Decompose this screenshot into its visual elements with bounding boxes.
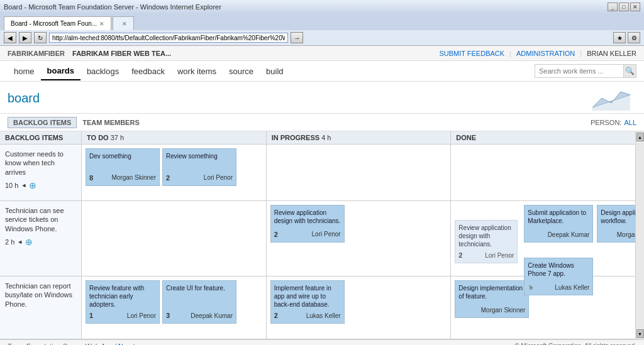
card[interactable]: Design application workflow. Morgan Skin… — [597, 205, 635, 243]
backlog-cell: Technician can report busy/late on Windo… — [0, 277, 82, 339]
card[interactable]: Implement feature in app and wire up to … — [270, 280, 345, 324]
card[interactable]: Create Windows Phone 7 app. 🖱 Lukas Kell… — [524, 258, 593, 295]
search-box: 🔍 — [535, 64, 636, 78]
todo-cell-3: Review feature with technician early ado… — [82, 277, 267, 339]
sub-tabs: BACKLOG ITEMS TEAM MEMBERS PERSON: ALL — [0, 114, 644, 131]
inprogress-cell-2: Review application design with technicia… — [267, 201, 452, 276]
go-button[interactable]: → — [291, 32, 303, 43]
chart-thumbnail — [586, 85, 636, 111]
backlog-hours: 10 h ◄ ⊕ — [5, 180, 76, 190]
about-link[interactable]: About — [117, 342, 135, 346]
backlog-title: Technician can see service tickets on Wi… — [5, 206, 76, 233]
board-wrapper: BACKLOG ITEMS TO DO 37 h IN PROGRESS 4 h… — [0, 131, 644, 339]
card[interactable]: Dev something 8 Morgan Skinner — [86, 148, 160, 186]
add-card-icon[interactable]: ⊕ — [29, 180, 36, 190]
app-header: FABRIKAMFIBER FABRIKAM FIBER WEB TEA... … — [0, 46, 644, 82]
scroll-track — [636, 141, 644, 329]
inprogress-cell-1 — [267, 145, 452, 200]
inprogress-cell-3: Implement feature in app and wire up to … — [267, 277, 452, 339]
add-card-icon[interactable]: ⊕ — [25, 237, 33, 247]
browser-tab-inactive[interactable]: ✕ — [113, 16, 134, 30]
minimize-button[interactable]: _ — [608, 3, 618, 11]
scrollbar[interactable]: ▲ ▼ — [635, 131, 644, 339]
card[interactable]: Create UI for feature. 3 Deepak Kumar — [162, 280, 236, 324]
todo-cell-1: Dev something 8 Morgan Skinner Review so… — [82, 145, 267, 200]
card[interactable]: Review something 2 Lori Penor — [162, 148, 236, 186]
window-controls[interactable]: _ □ ✕ — [608, 3, 640, 11]
nav-work-items[interactable]: work items — [171, 63, 223, 80]
browser-tab-active[interactable]: Board - Microsoft Team Foun... ✕ — [4, 16, 111, 30]
back-button[interactable]: ◀ — [4, 32, 16, 43]
favorites-button[interactable]: ★ — [613, 32, 626, 43]
administration-link[interactable]: ADMINISTRATION — [516, 50, 575, 57]
page-header: board — [0, 82, 644, 114]
nav-backlogs[interactable]: backlogs — [80, 63, 125, 80]
browser-title: Board - Microsoft Team Foundation Server… — [4, 3, 221, 11]
nav-boards[interactable]: boards — [41, 62, 80, 80]
todo-cell-2 — [82, 201, 267, 276]
title-bar: Board - Microsoft Team Foundation Server… — [0, 0, 644, 14]
card[interactable]: Review application design with technicia… — [270, 205, 345, 243]
close-button[interactable]: ✕ — [630, 3, 640, 11]
board-scroll[interactable]: BACKLOG ITEMS TO DO 37 h IN PROGRESS 4 h… — [0, 131, 635, 339]
backlog-hours: 2 h ◄ ⊕ — [5, 237, 76, 247]
col-header-done: DONE — [451, 131, 635, 144]
tab-close-icon[interactable]: ✕ — [99, 21, 104, 27]
org-name: FABRIKAMFIBER — [8, 50, 65, 57]
board-row: Technician can see service tickets on Wi… — [0, 201, 635, 277]
person-filter: PERSON: ALL — [591, 119, 636, 126]
nav-feedback[interactable]: feedback — [125, 63, 171, 80]
card[interactable]: Submit application to Marketplace. Deepa… — [524, 205, 593, 243]
search-input[interactable] — [535, 66, 623, 76]
page-footer: Team Foundation Server Web App | About ©… — [0, 339, 644, 345]
user-name: BRIAN KELLER — [587, 50, 636, 57]
sub-tab-team-members[interactable]: TEAM MEMBERS — [77, 117, 145, 128]
backlog-title: Technician can report busy/late on Windo… — [5, 282, 76, 309]
col-header-todo: TO DO 37 h — [82, 131, 267, 144]
tab-close-icon-2[interactable]: ✕ — [122, 21, 127, 27]
nav-home[interactable]: home — [8, 63, 41, 80]
page-title: board — [8, 91, 586, 106]
scroll-up-button[interactable]: ▲ — [636, 133, 644, 141]
address-bar: ◀ ▶ ↻ → ★ ⚙ — [0, 30, 644, 45]
tab-label: Board - Microsoft Team Foun... — [11, 20, 97, 27]
board-header: BACKLOG ITEMS TO DO 37 h IN PROGRESS 4 h… — [0, 131, 635, 145]
card[interactable]: Review feature with technician early ado… — [86, 280, 160, 324]
tab-bar: Board - Microsoft Team Foun... ✕ ✕ — [0, 14, 644, 30]
board-row: Customer needs to know when tech arrives… — [0, 145, 635, 201]
submit-feedback-link[interactable]: SUBMIT FEEDBACK — [439, 50, 504, 57]
done-cell-1 — [451, 145, 635, 200]
maximize-button[interactable]: □ — [619, 3, 629, 11]
person-filter-value[interactable]: ALL — [624, 119, 636, 126]
org-bar: FABRIKAMFIBER FABRIKAM FIBER WEB TEA... … — [0, 46, 644, 61]
backlog-cell: Technician can see service tickets on Wi… — [0, 201, 82, 276]
col-header-backlog: BACKLOG ITEMS — [0, 131, 82, 144]
project-name: FABRIKAM FIBER WEB TEA... — [72, 50, 171, 57]
forward-button[interactable]: ▶ — [19, 32, 31, 43]
copyright: © Microsoft Corporation. All rights rese… — [514, 342, 636, 345]
person-filter-label: PERSON: — [591, 119, 622, 126]
search-button[interactable]: 🔍 — [623, 65, 636, 77]
nav-build[interactable]: build — [260, 63, 289, 80]
sub-tab-backlog-items[interactable]: BACKLOG ITEMS — [8, 117, 77, 128]
org-actions: SUBMIT FEEDBACK | ADMINISTRATION | BRIAN… — [439, 50, 636, 57]
backlog-cell: Customer needs to know when tech arrives… — [0, 145, 82, 200]
tools-button[interactable]: ⚙ — [628, 32, 640, 43]
done-cell-2: Review application design with technicia… — [451, 201, 635, 276]
address-input[interactable] — [49, 33, 288, 43]
scroll-down-button[interactable]: ▼ — [636, 329, 644, 338]
refresh-button[interactable]: ↻ — [34, 32, 47, 43]
card[interactable]: Review application design with technicia… — [455, 220, 518, 263]
card[interactable]: Design implementation of feature. Morgan… — [455, 280, 529, 318]
backlog-title: Customer needs to know when tech arrives — [5, 150, 76, 177]
nav-bar: home boards backlogs feedback work items… — [0, 61, 644, 81]
col-header-inprogress: IN PROGRESS 4 h — [267, 131, 452, 144]
footer-text: Team Foundation Server Web App | — [8, 342, 117, 346]
nav-source[interactable]: source — [223, 63, 260, 80]
